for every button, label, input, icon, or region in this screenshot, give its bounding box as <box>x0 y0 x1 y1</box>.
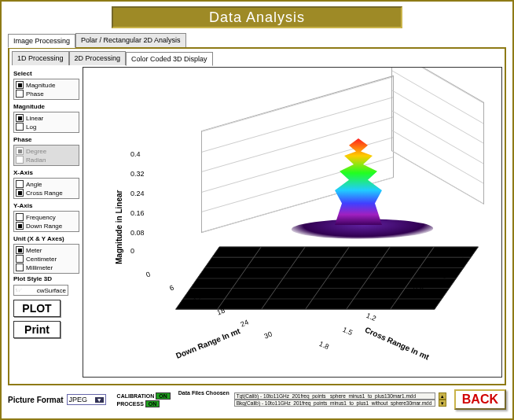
chk-meter[interactable] <box>16 246 24 254</box>
plot-button[interactable]: PLOT <box>13 300 61 317</box>
unit-group: Meter Centimeter Millimeter <box>13 244 79 274</box>
process-toggle[interactable]: ON <box>145 400 160 407</box>
chk-millimeter[interactable] <box>16 263 24 271</box>
y-axis-label: Cross Range In mt <box>364 326 431 362</box>
file-row[interactable]: Tgt(Calib) - 10to11GHz_201freq_points _s… <box>234 392 435 400</box>
chk-centimeter[interactable] <box>16 255 24 263</box>
footer-bar: Picture Format JPEG ▼ CALIBRATION ON PRO… <box>8 389 506 411</box>
tab-3d[interactable]: Color Coded 3D Display <box>126 52 213 66</box>
magnitude-label: Magnitude <box>13 103 79 110</box>
chk-phase[interactable] <box>16 90 24 98</box>
process-label: PROCESS <box>117 401 144 407</box>
calibration-label: CALIBRATION <box>117 393 155 399</box>
chk-radian <box>16 156 24 164</box>
side-wall <box>391 67 484 204</box>
file-row[interactable]: Bkg(Calib) - 10to11GHz_201freq_points_mi… <box>234 400 435 407</box>
select-label: Select <box>13 70 79 77</box>
plot-floor <box>175 247 479 310</box>
chk-log[interactable] <box>16 123 24 131</box>
phase-group: Degree Radian <box>13 145 79 166</box>
xaxis-label: X-Axis <box>13 169 79 176</box>
main-tab-strip: Image Processing Polar / Rectangular 2D … <box>8 33 506 47</box>
scroll-down-icon[interactable]: ▼ <box>439 400 446 407</box>
magnitude-group: Linear Log <box>13 112 79 133</box>
unit-label: Unit (X & Y Axes) <box>13 235 79 242</box>
hand-icon: ☞ <box>16 286 22 294</box>
file-list: Tgt(Calib) - 10to11GHz_201freq_points _s… <box>234 392 435 407</box>
chk-crossrange[interactable] <box>16 189 24 197</box>
tab-image-processing[interactable]: Image Processing <box>8 34 75 48</box>
xaxis-group: Angle Cross Range <box>13 178 79 199</box>
tab-polar-rect[interactable]: Polar / Rectangular 2D Analysis <box>75 33 186 47</box>
picture-format-select[interactable]: JPEG ▼ <box>67 394 106 405</box>
chk-downrange[interactable] <box>16 222 24 230</box>
z-axis-label: Magnitude in Linear <box>115 190 123 264</box>
status-column: CALIBRATION ON PROCESS ON <box>117 392 171 407</box>
calibration-toggle[interactable]: ON <box>156 392 171 400</box>
yaxis-label: Y-Axis <box>13 202 79 209</box>
scroll-up-icon[interactable]: ▲ <box>439 392 446 400</box>
app-title: Data Analysis <box>209 9 305 26</box>
sub-tab-strip: 1D Processing 2D Processing Color Coded … <box>12 51 502 65</box>
plot-style-dropdown[interactable]: ☞ cwSurface <box>13 285 68 296</box>
title-bar: Data Analysis <box>112 6 402 28</box>
plot-style-label: Plot Style 3D <box>13 275 79 282</box>
print-button[interactable]: Print <box>13 321 61 338</box>
chk-frequency[interactable] <box>16 213 24 221</box>
select-group: Magnitude Phase <box>13 79 79 100</box>
chk-magnitude[interactable] <box>16 81 24 89</box>
chk-angle[interactable] <box>16 180 24 188</box>
yaxis-group: Frequency Down Range <box>13 211 79 232</box>
main-panel: 1D Processing 2D Processing Color Coded … <box>8 47 506 385</box>
picture-format-label: Picture Format <box>8 396 64 404</box>
options-sidebar: Select Magnitude Phase Magnitude Linear … <box>12 67 81 378</box>
tab-2d[interactable]: 2D Processing <box>69 51 127 65</box>
data-files-label: Data Files Choosen <box>178 390 229 396</box>
chk-linear[interactable] <box>16 114 24 122</box>
tab-1d[interactable]: 1D Processing <box>12 51 69 65</box>
chevron-down-icon: ▼ <box>95 397 104 403</box>
phase-label: Phase <box>13 136 79 143</box>
plot-3d: Magnitude in Linear Down Range In mt Cro… <box>83 67 502 378</box>
chk-degree <box>16 147 24 155</box>
back-button[interactable]: BACK <box>454 389 506 410</box>
x-axis-label: Down Range In mt <box>174 326 241 360</box>
file-scrollbar[interactable]: ▲ ▼ <box>439 392 446 407</box>
